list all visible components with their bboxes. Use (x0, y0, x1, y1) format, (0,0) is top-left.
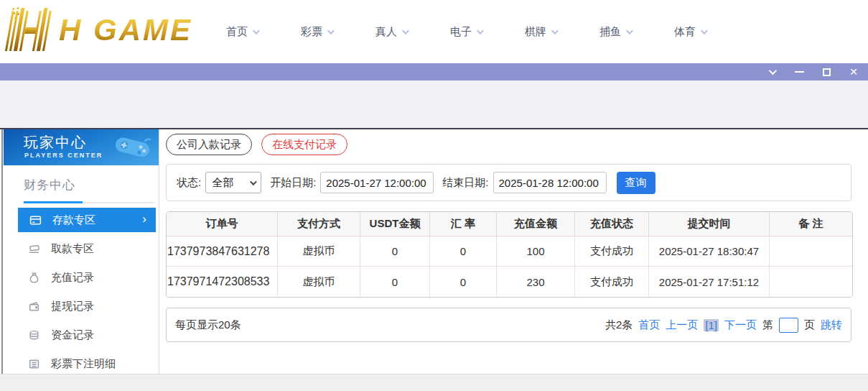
table-cell-remark (770, 267, 852, 297)
chevron-down-icon (477, 27, 484, 34)
chevron-down-icon (626, 27, 633, 34)
sidebar-item-label: 彩票下注明细 (51, 357, 116, 371)
main-panel: 公司入款记录 在线支付记录 状态: 全部 开始日期: 结束日期: 查询 订单号 (166, 134, 851, 342)
page-jump-input[interactable] (779, 318, 798, 333)
top-header: H GAME 首页 彩票 真人 电子 棋牌 捕鱼 体育 (0, 0, 868, 63)
col-submit-time: 提交时间 (649, 212, 770, 236)
chevron-down-icon (551, 27, 559, 34)
tab-company-deposit-records[interactable]: 公司入款记录 (166, 134, 252, 155)
table-cell: 230 (497, 267, 575, 297)
sidebar-subtitle: PLAYERS CENTER (24, 152, 103, 159)
sidebar-section-title: 财务中心 (4, 165, 159, 193)
table-cell-status: 支付成功 (575, 267, 649, 297)
brand-logo[interactable]: H GAME (7, 6, 192, 55)
bottom-strip (0, 374, 868, 391)
nav-item-lottery[interactable]: 彩票 (279, 25, 354, 39)
status-select[interactable]: 全部 (205, 172, 261, 193)
sidebar-item-label: 资金记录 (51, 328, 94, 342)
next-page-link[interactable]: 下一页 (724, 318, 757, 332)
table-cell: 0 (430, 236, 497, 267)
start-date-label: 开始日期: (270, 176, 316, 190)
table-cell: 100 (497, 236, 575, 267)
col-usdt-amount: USDT金额 (360, 212, 430, 236)
table-cell-order: 1737971472308533 (167, 267, 278, 297)
records-table: 订单号 支付方式 USDT金额 汇 率 充值金额 充值状态 提交时间 备 注 1… (166, 211, 853, 298)
close-icon[interactable]: × (848, 66, 859, 78)
main-nav: 首页 彩票 真人 电子 棋牌 捕鱼 体育 (205, 0, 727, 63)
pagination-controls: 共2条 首页 上一页 [1] 下一页 第 页 跳转 (605, 318, 842, 333)
sidebar-item-deposit-zone[interactable]: 存款专区 › (18, 208, 156, 232)
col-recharge-status: 充值状态 (575, 212, 649, 236)
window-titlebar: × (0, 63, 868, 80)
jump-go-link[interactable]: 跳转 (821, 318, 842, 332)
hand-money-icon (28, 243, 40, 255)
col-exchange-rate: 汇 率 (430, 212, 497, 236)
sidebar-item-withdrawal-records[interactable]: 提现记录 (4, 292, 159, 321)
sidebar-item-label: 提现记录 (51, 300, 94, 313)
sidebar-item-funds-records[interactable]: 资金记录 (4, 321, 159, 349)
coins-icon (28, 329, 40, 341)
col-payment-method: 支付方式 (278, 212, 360, 236)
table-header-row: 订单号 支付方式 USDT金额 汇 率 充值金额 充值状态 提交时间 备 注 (167, 212, 852, 236)
nav-item-fishing[interactable]: 捕鱼 (578, 25, 653, 39)
table-cell-remark (770, 236, 852, 267)
logo-confetti (12, 8, 15, 10)
sidebar-item-label: 充值记录 (51, 271, 94, 285)
table-cell: 虚拟币 (278, 267, 360, 297)
sidebar-item-label: 取款专区 (51, 242, 94, 256)
table-cell-time: 2025-01-27 17:51:12 (649, 267, 770, 297)
jump-prefix-text: 第 (762, 318, 773, 332)
logo-bars-graphic (4, 8, 57, 52)
start-date-input[interactable] (320, 172, 434, 193)
prev-page-link[interactable]: 上一页 (666, 318, 698, 332)
table-cell: 虚拟币 (278, 236, 360, 267)
chevron-down-icon (701, 27, 708, 34)
chevron-down-icon (253, 27, 260, 34)
sidebar: 玩家中心 PLAYERS CENTER 财务中心 存款专区 › (4, 129, 159, 374)
table-cell-status: 支付成功 (575, 236, 649, 267)
money-bag-icon (28, 272, 40, 284)
filter-bar: 状态: 全部 开始日期: 结束日期: 查询 (166, 164, 851, 201)
col-recharge-amount: 充值金额 (497, 212, 575, 236)
window-left-edge (1, 129, 3, 374)
nav-item-live[interactable]: 真人 (354, 25, 429, 39)
collapse-icon[interactable] (766, 66, 778, 78)
sidebar-item-recharge-records[interactable]: 充值记录 (4, 263, 159, 292)
first-page-link[interactable]: 首页 (638, 318, 660, 332)
record-tabs: 公司入款记录 在线支付记录 (166, 134, 851, 155)
content-region: 玩家中心 PLAYERS CENTER 财务中心 存款专区 › (0, 128, 868, 374)
sidebar-item-label: 存款专区 (52, 213, 95, 227)
col-order-number: 订单号 (167, 212, 278, 236)
nav-item-cards[interactable]: 棋牌 (503, 25, 578, 39)
chevron-right-icon: › (142, 212, 146, 226)
minimize-icon[interactable] (793, 66, 805, 78)
sidebar-title: 玩家中心 (24, 133, 87, 152)
wallet-icon (28, 300, 40, 313)
table-cell: 0 (360, 267, 430, 297)
tab-online-payment-records[interactable]: 在线支付记录 (261, 134, 347, 155)
current-page-indicator: [1] (704, 319, 719, 331)
maximize-icon[interactable] (821, 66, 832, 78)
bank-card-icon (29, 214, 42, 226)
nav-item-home[interactable]: 首页 (205, 25, 279, 39)
chevron-down-icon (402, 27, 409, 34)
list-document-icon (28, 358, 40, 370)
divider (24, 202, 154, 203)
table-row: 1737971472308533 虚拟币 0 0 230 支付成功 2025-0… (167, 267, 852, 297)
jump-suffix-text: 页 (804, 318, 815, 332)
players-center-banner: 玩家中心 PLAYERS CENTER (4, 129, 159, 165)
end-date-input[interactable] (493, 172, 607, 193)
nav-item-sports[interactable]: 体育 (653, 25, 727, 39)
gamepad-icon (111, 129, 154, 164)
chevron-down-icon (327, 27, 335, 34)
nav-item-slots[interactable]: 电子 (429, 25, 503, 39)
col-remark: 备 注 (770, 212, 852, 236)
table-cell: 0 (430, 267, 497, 297)
total-count-text: 共2条 (605, 318, 633, 332)
pagination-bar: 每页显示20条 共2条 首页 上一页 [1] 下一页 第 页 跳转 (166, 308, 851, 342)
table-cell-order: 1737973847631278 (167, 236, 278, 267)
table-row: 1737973847631278 虚拟币 0 0 100 支付成功 2025-0… (167, 236, 852, 267)
chevron-down-icon (250, 178, 257, 185)
sidebar-item-withdraw-zone[interactable]: 取款专区 (4, 234, 159, 263)
query-button[interactable]: 查询 (617, 172, 655, 194)
